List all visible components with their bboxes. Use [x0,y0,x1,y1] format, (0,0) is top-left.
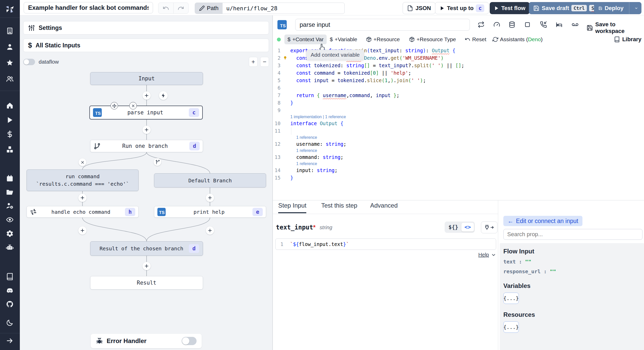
sidebar-home-icon[interactable] [6,102,14,109]
codelens[interactable]: 1 reference [273,161,644,167]
flow-input-prop[interactable]: text:"" [503,259,644,265]
sidebar-book-icon[interactable] [6,273,14,280]
expr-mode-button[interactable]: ${} [445,223,461,232]
variables-object-chip[interactable]: {...} [503,293,519,304]
chevron-down-icon[interactable] [634,5,638,11]
node-run-command-branch[interactable]: run command `results.c.command === 'echo… [27,169,139,191]
sidebar-boxes-icon[interactable] [6,146,14,153]
add-resource-type-button[interactable]: +Resource Type [406,35,459,44]
step-id-badge: d [189,244,199,253]
flow-settings-button[interactable]: Settings [23,21,269,35]
codelens[interactable]: 1 reference [273,135,644,140]
node-run-one-branch[interactable]: Run one branch d [90,140,203,152]
assistants-button[interactable]: Assistants (Deno) [489,35,546,44]
error-handler-toggle[interactable] [182,337,197,345]
sidebar-user-cog-icon[interactable] [6,202,14,210]
sidebar-gear-icon[interactable] [6,230,14,237]
sidebar-building-icon[interactable] [6,27,14,35]
flow-input-prop[interactable]: response_url:"" [503,268,644,275]
node-chosen-branch-result[interactable]: Result of the chosen branch d [90,241,203,256]
sidebar-calendar-icon[interactable] [6,175,14,182]
line-number: 13 [273,153,281,161]
add-step-button[interactable] [142,91,151,100]
prop-picker: Flow Input text:""response_url:"" Variab… [500,243,644,350]
add-step-button[interactable] [206,226,214,235]
deploy-button[interactable]: Deploy [594,2,641,14]
node-parse-input[interactable]: TS parse input c [89,106,203,119]
add-step-button[interactable] [142,262,151,270]
test-up-to-button[interactable]: Test up to c [435,2,489,14]
zoom-in-button[interactable]: + [249,57,258,67]
code-area[interactable]: 1export async function main(text_input: … [273,47,644,200]
database-icon[interactable] [509,21,515,28]
edit-or-connect-button[interactable]: ← Edit or connect an input [503,216,582,226]
node-input[interactable]: Input [90,72,203,85]
test-flow-button[interactable]: Test flow [490,2,530,14]
add-step-button[interactable] [78,194,87,202]
add-resource-button[interactable]: +Resource [363,35,403,44]
chevron-down-icon[interactable] [491,252,496,258]
add-branch-button[interactable] [154,158,161,166]
sidebar-users-icon[interactable] [6,75,14,83]
code-mode-button[interactable]: <> [461,223,474,232]
add-step-button[interactable] [78,226,87,235]
remove-branch-button[interactable] [79,158,86,166]
save-to-workspace-button[interactable]: Save to workspace [587,21,644,35]
tab-step-input[interactable]: Step Input [278,202,306,213]
search-prop-input[interactable] [503,229,642,240]
sidebar-github-icon[interactable] [6,300,14,308]
resources-object-chip[interactable]: {...} [503,321,519,333]
step-name-input[interactable] [295,19,470,31]
help-link[interactable]: Help [478,252,489,258]
gauge-icon[interactable] [493,21,500,28]
remove-step-button[interactable] [129,102,137,109]
sidebar-moon-icon[interactable] [6,319,14,327]
sidebar-star-icon[interactable] [6,59,14,67]
sidebar-dollar-icon[interactable] [6,130,14,138]
path-button[interactable]: Path u/henri/flow_28 [195,3,345,14]
voicemail-icon[interactable] [572,21,579,28]
reset-button[interactable]: Reset [462,35,489,44]
tab-test-this-step[interactable]: Test this step [321,202,357,212]
trigger-button[interactable] [159,91,168,100]
move-step-button[interactable] [111,102,118,109]
sidebar-discord-icon[interactable] [6,287,14,295]
repeat-icon[interactable] [478,21,485,28]
codelens[interactable]: 1 implementation | 1 reference [273,114,644,120]
phone-incoming-icon[interactable] [540,21,547,28]
arrow-left-icon: ← [507,218,513,225]
undo-icon[interactable] [158,3,173,13]
dataflow-toggle[interactable] [23,59,35,65]
sidebar-robot-icon[interactable] [6,244,14,251]
add-step-button[interactable] [142,126,151,134]
library-button[interactable]: Library [614,36,641,43]
expression-editor[interactable]: 1 `${flow_input.text}` [275,238,496,250]
tab-advanced[interactable]: Advanced [370,202,398,212]
sidebar-folder-open-icon[interactable] [6,188,14,196]
windmill-logo-icon[interactable] [3,2,16,15]
square-icon[interactable] [524,21,531,28]
codelens[interactable]: 1 reference [273,148,644,153]
add-context-var-button[interactable]: $+Context Var [284,35,327,44]
sidebar-eye-icon[interactable] [6,216,14,224]
left-sidebar [0,0,20,350]
node-handle-echo-command[interactable]: handle echo command h [27,206,139,218]
zoom-out-button[interactable]: − [260,57,269,67]
connect-input-button[interactable] [481,221,497,233]
node-print-help[interactable]: TS print help e [154,206,266,218]
save-draft-button[interactable]: Save draft Ctrl S [529,2,601,14]
sidebar-arrow-right-icon[interactable] [6,337,14,345]
add-step-button[interactable] [206,194,214,202]
json-button[interactable]: JSON [403,2,435,14]
sidebar-play-icon[interactable] [6,116,14,124]
sidebar-user-icon[interactable] [6,43,14,51]
add-variable-button[interactable]: $+Variable [327,35,360,44]
flow-title-input[interactable] [24,2,153,13]
bed-icon[interactable] [556,21,563,28]
undo-icon [465,37,470,42]
node-default-branch[interactable]: Default Branch [154,173,266,187]
redo-icon[interactable] [173,3,189,13]
node-result[interactable]: Result [90,276,203,289]
lightbulb-icon[interactable] [283,55,288,61]
all-static-inputs-button[interactable]: $ All Static Inputs [23,39,269,52]
